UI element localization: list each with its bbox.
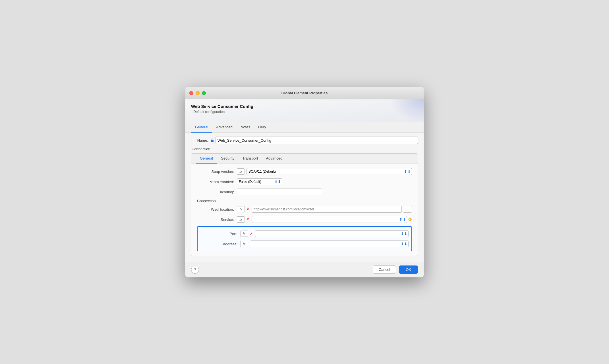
inner-tab-security[interactable]: Security [217, 154, 238, 164]
mtom-enabled-select[interactable]: False (Default)True [237, 178, 282, 185]
port-input-area: ✗ ⬆⬇ [250, 230, 409, 237]
inner-tab-advanced[interactable]: Advanced [262, 154, 286, 164]
connection-subsection-label: Connection [197, 199, 412, 203]
config-title: Web Service Consumer Config [191, 104, 418, 109]
port-label: Port: [200, 232, 237, 236]
wsdl-location-input[interactable] [252, 206, 402, 213]
window-controls [189, 91, 206, 95]
svg-rect-0 [211, 140, 214, 142]
header-section: Web Service Consumer Config Default conf… [185, 99, 424, 122]
service-dropdown-wrapper: ⬆⬇ [252, 216, 407, 223]
inner-content: Soap version: fx SOAP11 (Default)SOAP12 … [191, 164, 418, 256]
wsdl-location-label: Wsdl location: [197, 207, 234, 212]
soap-version-fx-button[interactable]: fx [237, 168, 245, 175]
tab-notes[interactable]: Notes [237, 122, 254, 133]
service-refresh-icon[interactable]: ⟳ [408, 217, 412, 222]
tab-general[interactable]: General [191, 122, 212, 133]
minimize-button[interactable] [196, 91, 200, 95]
mtom-enabled-select-wrapper: False (Default)True ⬆⬇ [237, 178, 282, 185]
name-label: Name: [191, 138, 208, 143]
service-label: Service: [197, 217, 234, 222]
wsdl-input-row: ✗ ... [246, 206, 412, 213]
name-field-wrapper [210, 137, 418, 144]
address-select[interactable] [250, 240, 409, 247]
mtom-enabled-row: Mtom enabled: False (Default)True ⬆⬇ [197, 178, 412, 185]
soap-version-select[interactable]: SOAP11 (Default)SOAP12 [246, 168, 412, 175]
inner-tab-transport[interactable]: Transport [238, 154, 262, 164]
wsdl-error-icon: ✗ [246, 207, 249, 211]
service-error-icon: ✗ [246, 217, 249, 221]
service-select[interactable] [252, 216, 407, 223]
content-area: Name: Connection General Security Transp… [185, 133, 424, 262]
inner-tabs: General Security Transport Advanced [191, 154, 418, 164]
port-select[interactable] [255, 230, 409, 237]
titlebar: Global Element Properties [185, 87, 424, 99]
address-select-wrapper: ⬆⬇ [250, 240, 409, 247]
config-subtitle: Default configuration [191, 110, 418, 114]
port-address-section: Port: fx ✗ ⬆⬇ Address: fx [197, 226, 412, 251]
soap-version-row: Soap version: fx SOAP11 (Default)SOAP12 … [197, 168, 412, 175]
ok-button[interactable]: OK [399, 265, 418, 274]
encoding-input[interactable] [237, 189, 322, 195]
port-fx-button[interactable]: fx [240, 231, 248, 237]
service-row: Service: fx ✗ ⬆⬇ ⟳ [197, 216, 412, 223]
name-field-row: Name: [191, 137, 418, 144]
footer-buttons: Cancel OK [373, 265, 418, 274]
service-input-row: ✗ ⬆⬇ ⟳ [246, 216, 412, 223]
soap-version-select-wrapper: SOAP11 (Default)SOAP12 ⬆⬇ [246, 168, 412, 175]
name-input[interactable] [216, 137, 418, 144]
encoding-label: Encoding: [197, 190, 234, 194]
connection-panel: General Security Transport Advanced Soap… [191, 153, 418, 256]
tab-advanced[interactable]: Advanced [212, 122, 237, 133]
dialog-window: Global Element Properties Web Service Co… [185, 87, 424, 277]
port-select-wrapper: ⬆⬇ [255, 230, 409, 237]
connection-section-label: Connection [191, 147, 418, 151]
wsdl-fx-button[interactable]: fx [237, 206, 245, 212]
service-fx-button[interactable]: fx [237, 216, 245, 223]
close-button[interactable] [189, 91, 193, 95]
wsdl-browse-button[interactable]: ... [403, 206, 412, 213]
help-button[interactable]: ? [191, 266, 199, 274]
mtom-enabled-label: Mtom enabled: [197, 180, 234, 184]
tab-help[interactable]: Help [254, 122, 270, 133]
lock-icon [210, 138, 214, 142]
inner-tab-general[interactable]: General [196, 154, 217, 164]
main-tabs: General Advanced Notes Help [185, 122, 424, 133]
encoding-row: Encoding: [197, 189, 412, 195]
address-row: Address: fx ⬆⬇ [200, 239, 409, 248]
port-error-icon: ✗ [250, 232, 253, 236]
footer: ? Cancel OK [185, 262, 424, 277]
port-row: Port: fx ✗ ⬆⬇ [200, 229, 409, 238]
soap-version-label: Soap version: [197, 170, 234, 174]
wsdl-location-row: Wsdl location: fx ✗ ... [197, 206, 412, 213]
address-label: Address: [200, 242, 237, 246]
cancel-button[interactable]: Cancel [373, 265, 396, 274]
maximize-button[interactable] [202, 91, 206, 95]
window-title: Global Element Properties [281, 91, 328, 95]
address-input-area: ⬆⬇ [250, 240, 409, 247]
address-fx-button[interactable]: fx [240, 241, 248, 247]
